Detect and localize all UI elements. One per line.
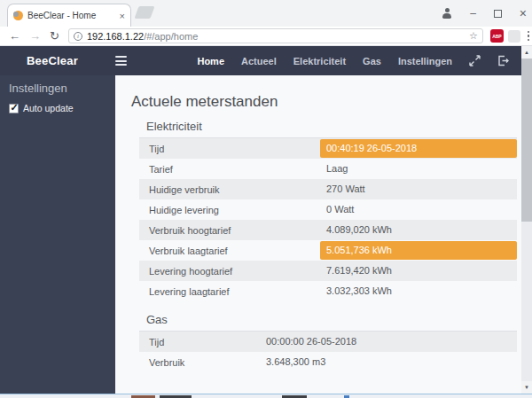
table-row: Tijd00:40:19 26-05-2018 (139, 138, 517, 159)
chrome-menu-icon[interactable] (527, 31, 530, 42)
value-cell: 3.032,303 kWh (320, 282, 517, 300)
table-row: Tijd00:00:00 26-05-2018 (139, 332, 517, 352)
page-title: Actuele meterstanden (131, 93, 517, 111)
table-row: Huidige levering0 Watt (139, 199, 517, 220)
table-row: Verbruik3.648,300 m3 (139, 352, 517, 372)
auto-update-label: Auto update (23, 103, 74, 113)
browser-titlebar: BeeClear - Home × – × (0, 0, 532, 27)
page-viewport: BeeClear Home Actueel Elektriciteit Gas … (0, 46, 532, 394)
nav-links: Home Actueel Elektriciteit Gas Instellin… (197, 55, 521, 66)
minimize-button[interactable]: – (470, 8, 476, 19)
nav-link-instellingen[interactable]: Instellingen (398, 56, 452, 66)
extension-icon[interactable] (508, 30, 520, 43)
tab-title: BeeClear - Home (27, 11, 115, 20)
gas-section: Gas Tijd00:00:00 26-05-2018 Verbruik3.64… (139, 313, 517, 372)
table-row: Verbruik laagtarief5.051,736 kWh (139, 240, 517, 261)
url-text: 192.168.1.22/#/app/home (87, 31, 465, 42)
adblock-extension-icon[interactable]: ABP (490, 29, 504, 43)
scrollbar-thumb[interactable] (521, 59, 532, 222)
nav-link-elektriciteit[interactable]: Elektriciteit (293, 56, 346, 66)
url-host: 192.168.1.22 (87, 31, 144, 42)
value-cell: 3.648,300 m3 (260, 353, 517, 371)
profile-icon[interactable] (442, 8, 452, 19)
value-cell: 7.619,420 kWh (320, 261, 517, 280)
beeclear-favicon-icon (13, 11, 23, 20)
main-content: Actuele meterstanden Elektriciteit Tijd0… (115, 75, 521, 394)
browser-addressbar: ← → ↻ i 192.168.1.22/#/app/home ☆ ABP (0, 27, 532, 46)
back-icon[interactable]: ← (9, 30, 20, 42)
auto-update-checkbox[interactable] (9, 104, 19, 113)
nav-link-gas[interactable]: Gas (363, 56, 381, 66)
table-row: Levering laagtarief3.032,303 kWh (139, 281, 517, 301)
clipped-content-strip (0, 394, 532, 398)
new-tab-button[interactable] (134, 6, 154, 19)
brand-logo[interactable]: BeeClear (27, 54, 78, 67)
hamburger-menu-icon[interactable] (115, 56, 127, 66)
auto-update-toggle[interactable]: Auto update (9, 103, 106, 113)
settings-sidebar: Instellingen Auto update (0, 75, 115, 394)
url-path: /#/app/home (144, 31, 198, 42)
table-row: TariefLaag (139, 159, 517, 179)
value-cell: 5.051,736 kWh (320, 241, 517, 260)
close-button[interactable]: × (520, 7, 527, 20)
reload-icon[interactable]: ↻ (50, 30, 59, 42)
table-row: Verbruik hoogtarief4.089,020 kWh (139, 220, 517, 240)
value-cell: 0 Watt (320, 200, 517, 219)
nav-link-home[interactable]: Home (197, 56, 224, 66)
gas-section-title: Gas (139, 313, 517, 332)
tab-close-icon[interactable]: × (120, 11, 125, 21)
browser-window: BeeClear - Home × – × ← → ↻ i 192.168.1.… (0, 0, 532, 398)
page-scrollbar[interactable]: ▲ ▼ (521, 46, 532, 394)
scroll-down-icon[interactable]: ▼ (521, 381, 532, 394)
value-cell: 00:40:19 26-05-2018 (320, 139, 517, 158)
scroll-up-icon[interactable]: ▲ (521, 46, 532, 59)
site-info-icon[interactable]: i (74, 32, 82, 41)
value-cell: Laag (320, 160, 517, 178)
forward-icon[interactable]: → (29, 30, 41, 42)
table-row: Levering hoogtarief7.619,420 kWh (139, 261, 517, 281)
value-cell: 270 Watt (320, 180, 517, 199)
browser-tab[interactable]: BeeClear - Home × (7, 4, 131, 27)
value-cell: 00:00:00 26-05-2018 (260, 332, 517, 351)
fullscreen-icon[interactable] (469, 55, 481, 66)
elektriciteit-section: Elektriciteit Tijd00:40:19 26-05-2018 Ta… (139, 120, 517, 301)
value-cell: 4.089,020 kWh (320, 221, 517, 239)
bookmark-star-icon[interactable]: ☆ (469, 30, 478, 42)
sidebar-title: Instellingen (9, 82, 106, 95)
logout-icon[interactable] (497, 55, 509, 66)
maximize-button[interactable] (494, 10, 502, 18)
elektriciteit-section-title: Elektriciteit (139, 120, 517, 138)
table-row: Huidige verbruik270 Watt (139, 179, 517, 199)
nav-link-actueel[interactable]: Actueel (241, 56, 277, 66)
app-navbar: BeeClear Home Actueel Elektriciteit Gas … (0, 46, 521, 75)
url-input[interactable]: i 192.168.1.22/#/app/home ☆ (68, 28, 483, 43)
